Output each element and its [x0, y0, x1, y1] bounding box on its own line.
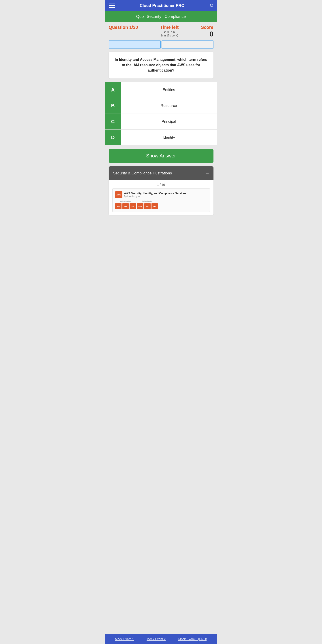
options-container: A Entities B Resource C Principal D Iden…: [105, 82, 217, 145]
time-per-q: 2mn 15s per Q: [160, 34, 179, 38]
aws-ram-icon: RAM: [122, 203, 129, 209]
illustrations-title: Security & Compliance Illustrations: [113, 171, 172, 176]
show-answer-button[interactable]: Show Answer: [109, 149, 213, 163]
option-letter-a: A: [105, 82, 121, 98]
option-letter-b: B: [105, 98, 121, 114]
question-text: In Identity and Access Management, which…: [113, 57, 209, 73]
time-value: 14mn 43s: [160, 30, 179, 34]
score-section: Score 0: [201, 25, 213, 38]
illustration-preview-title: AWS AWS Security, Identity, and Complian…: [115, 191, 207, 198]
question-card: In Identity and Access Management, which…: [109, 52, 213, 78]
bottom-nav: Mock Exam 1 Mock Exam 2 Mock Exam 3 (PRO…: [105, 634, 217, 644]
app-title: Cloud Practitioner PRO: [140, 3, 184, 8]
progress-segment-1: [109, 40, 161, 48]
stats-row: Question 1/30 Time left 14mn 43s 2mn 15s…: [105, 22, 217, 38]
option-text-a: Entities: [121, 82, 217, 98]
quiz-title: Quiz: Security | Compliance: [136, 14, 186, 19]
aws-icon: AWS: [115, 191, 122, 198]
progress-area: [105, 38, 217, 52]
iam-icon: IAM: [115, 203, 122, 209]
aws-icon-label: AWS: [116, 194, 121, 196]
show-answer-section: Show Answer: [105, 145, 217, 166]
aws-org-icon: ORG: [130, 203, 136, 209]
quiz-title-bar: Quiz: Security | Compliance: [105, 11, 217, 22]
progress-segment-2: [162, 40, 213, 48]
question-number: Question 1/30: [109, 25, 138, 30]
option-text-d: Identity: [121, 130, 217, 145]
cognito-icon: CGN: [137, 203, 143, 209]
directory-icon: DIR: [151, 203, 158, 209]
authorization-label: Authorization: [120, 200, 131, 202]
illustrations-counter: 1 / 10: [112, 183, 210, 186]
illustrations-toggle-icon: −: [206, 170, 209, 176]
preview-title-text: AWS Security, Identity, and Compliance S…: [124, 192, 186, 196]
option-letter-d: D: [105, 130, 121, 145]
illustration-preview: AWS AWS Security, Identity, and Complian…: [112, 188, 210, 212]
option-text-b: Resource: [121, 98, 217, 114]
bottom-nav-mock-exam-2[interactable]: Mock Exam 2: [147, 637, 166, 641]
option-text-c: Principal: [121, 114, 217, 130]
authentication-icons: CGN SSO DIR: [137, 203, 158, 209]
option-row-b[interactable]: B Resource: [105, 98, 217, 114]
service-icons-row: Authorization IAM RAM ORG Authentication…: [115, 200, 207, 209]
preview-subtitle: By function type: [124, 195, 186, 198]
illustrations-header[interactable]: Security & Compliance Illustrations −: [109, 166, 213, 180]
option-row-c[interactable]: C Principal: [105, 114, 217, 130]
bottom-nav-mock-exam-1[interactable]: Mock Exam 1: [115, 637, 134, 641]
illustrations-content: 1 / 10 AWS AWS Security, Identity, and C…: [109, 180, 213, 215]
menu-button[interactable]: [109, 4, 115, 8]
illustrations-section: Security & Compliance Illustrations − 1 …: [109, 166, 213, 215]
app-header: Cloud Practitioner PRO ↻: [105, 0, 217, 11]
option-letter-c: C: [105, 114, 121, 130]
authorization-icons: IAM RAM ORG: [115, 203, 136, 209]
sso-icon: SSO: [144, 203, 151, 209]
service-group-authorization: Authorization IAM RAM ORG: [115, 200, 136, 209]
option-row-a[interactable]: A Entities: [105, 82, 217, 98]
service-group-authentication: Authentication CGN SSO DIR: [137, 200, 158, 209]
refresh-button[interactable]: ↻: [209, 3, 213, 8]
bottom-nav-mock-exam-3[interactable]: Mock Exam 3 (PRO): [178, 637, 207, 641]
time-section: Time left 14mn 43s 2mn 15s per Q: [160, 25, 179, 38]
authentication-label: Authentication: [142, 200, 153, 202]
score-value: 0: [201, 30, 213, 38]
option-row-d[interactable]: D Identity: [105, 130, 217, 145]
